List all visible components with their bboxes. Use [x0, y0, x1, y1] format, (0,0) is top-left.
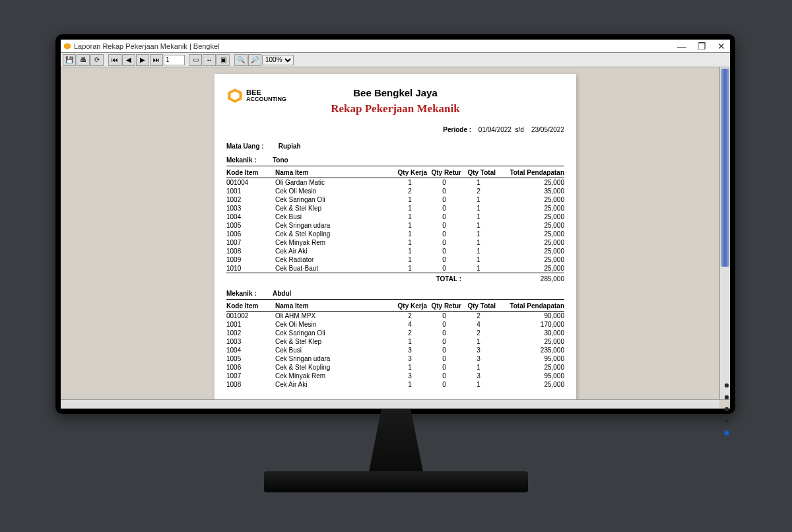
cell-kode: 1001	[226, 187, 275, 195]
cell-qk: 1	[393, 178, 427, 187]
report-viewport[interactable]: BEE ACCOUNTING Bee Bengkel Jaya Rekap Pe…	[61, 67, 730, 399]
total-value: 285,000	[496, 273, 564, 284]
close-button[interactable]: ✕	[715, 41, 727, 51]
cell-kode: 1003	[226, 337, 275, 346]
col-qty-kerja: Qty Kerja	[393, 168, 427, 178]
cell-kode: 1006	[226, 230, 275, 238]
cell-nama: Cek Buat-Baut	[275, 264, 393, 273]
table-row: 1001 Cek Oli Mesin 2 0 2 35,000	[226, 187, 564, 195]
report-page: BEE ACCOUNTING Bee Bengkel Jaya Rekap Pe…	[214, 74, 576, 399]
monitor-stand	[346, 409, 446, 475]
cell-qt: 4	[461, 320, 496, 329]
cell-nama: Oli Gardan Matic	[275, 178, 393, 187]
cell-tp: 30,000	[496, 329, 564, 337]
cell-qk: 1	[393, 195, 427, 204]
cell-qr: 0	[427, 178, 461, 187]
cell-qk: 3	[393, 346, 427, 354]
cell-nama: Cek Minyak Rem	[275, 238, 393, 247]
cell-qt: 1	[461, 221, 496, 230]
total-row: TOTAL : 285,000	[226, 273, 564, 284]
cell-qt: 1	[461, 204, 496, 213]
mekanik-label: Mekanik :Tono	[226, 156, 564, 166]
print-icon[interactable]: 🖶	[77, 54, 90, 66]
cell-nama: Cek Minyak Rem	[275, 372, 393, 380]
cell-qk: 2	[393, 187, 427, 195]
cell-kode: 001004	[226, 178, 275, 187]
cell-qr: 0	[427, 320, 461, 329]
cell-nama: Cek Busi	[275, 213, 393, 221]
next-page-icon[interactable]: ▶	[136, 54, 149, 66]
cell-qr: 0	[427, 372, 461, 380]
cell-qr: 0	[427, 380, 461, 389]
table-row: 1005 Cek Sringan udara 3 0 3 95,000	[226, 354, 564, 363]
logo-sub: ACCOUNTING	[246, 96, 286, 102]
cell-tp: 25,000	[496, 195, 564, 204]
actual-size-icon[interactable]: ▣	[216, 54, 230, 66]
minimize-button[interactable]: —	[676, 41, 688, 51]
cell-qr: 0	[427, 312, 461, 321]
fit-width-icon[interactable]: ↔	[203, 54, 216, 66]
cell-qk: 1	[393, 380, 427, 389]
zoom-in-icon[interactable]: 🔍	[234, 54, 248, 66]
cell-qk: 1	[393, 337, 427, 346]
cell-qt: 3	[461, 354, 496, 363]
table-row: 1003 Cek & Stel Klep 1 0 1 25,000	[226, 337, 564, 346]
cell-nama: Cek Busi	[275, 346, 393, 354]
currency-label: Mata Uang :	[226, 143, 277, 150]
cell-qk: 2	[393, 312, 427, 321]
cell-kode: 1001	[226, 320, 275, 329]
total-label: TOTAL :	[393, 273, 461, 284]
cell-qr: 0	[427, 363, 461, 372]
cell-qk: 3	[393, 354, 427, 363]
cell-qr: 0	[427, 264, 461, 273]
svg-marker-0	[64, 43, 71, 50]
maximize-button[interactable]: ❐	[696, 41, 708, 51]
cell-qt: 2	[461, 187, 496, 195]
table-row: 1009 Cek Radiator 1 0 1 25,000	[226, 255, 564, 264]
cell-tp: 95,000	[496, 372, 564, 380]
cell-tp: 25,000	[496, 255, 564, 264]
application-window: Laporan Rekap Pekerjaan Mekanik | Bengke…	[61, 40, 730, 409]
cell-qr: 0	[427, 221, 461, 230]
cell-tp: 90,000	[496, 312, 564, 321]
cell-tp: 25,000	[496, 204, 564, 213]
fit-page-icon[interactable]: ▭	[189, 54, 202, 66]
cell-nama: Cek Radiator	[275, 255, 393, 264]
mekanik-label: Mekanik :Abdul	[226, 290, 564, 300]
cell-kode: 1002	[226, 329, 275, 337]
company-logo: BEE ACCOUNTING	[226, 87, 286, 104]
table-row: 1003 Cek & Stel Klep 1 0 1 25,000	[226, 204, 564, 213]
cell-qt: 1	[461, 238, 496, 247]
app-icon	[63, 42, 71, 50]
horizontal-scrollbar[interactable]	[61, 399, 719, 409]
cell-qr: 0	[427, 213, 461, 221]
cell-qk: 1	[393, 230, 427, 238]
cell-nama: Cek & Stel Kopling	[275, 230, 393, 238]
first-page-icon[interactable]: ⏮	[108, 54, 121, 66]
save-icon[interactable]: 💾	[63, 54, 76, 66]
table-row: 1010 Cek Buat-Baut 1 0 1 25,000	[226, 264, 564, 273]
zoom-out-icon[interactable]: 🔎	[248, 54, 261, 66]
window-titlebar: Laporan Rekap Pekerjaan Mekanik | Bengke…	[61, 40, 730, 53]
refresh-icon[interactable]: ⟳	[90, 54, 104, 66]
cell-qr: 0	[427, 354, 461, 363]
cell-qt: 1	[461, 230, 496, 238]
cell-qt: 3	[461, 346, 496, 354]
cell-qk: 2	[393, 329, 427, 337]
cell-kode: 1010	[226, 264, 275, 273]
page-number-input[interactable]	[164, 55, 185, 65]
cell-qt: 2	[461, 312, 496, 321]
cell-kode: 1007	[226, 372, 275, 380]
cell-qt: 1	[461, 255, 496, 264]
zoom-select[interactable]: 100%	[262, 55, 294, 65]
report-header: BEE ACCOUNTING Bee Bengkel Jaya Rekap Pe…	[226, 87, 564, 116]
table-row: 1004 Cek Busi 1 0 1 25,000	[226, 213, 564, 221]
cell-qt: 3	[461, 372, 496, 380]
table-row: 1002 Cek Saringan Oli 1 0 1 25,000	[226, 195, 564, 204]
prev-page-icon[interactable]: ◀	[122, 54, 135, 66]
cell-nama: Cek Oli Mesin	[275, 187, 393, 195]
last-page-icon[interactable]: ⏭	[150, 54, 163, 66]
col-kode: Kode Item	[226, 301, 275, 312]
col-qty-total: Qty Total	[461, 168, 496, 178]
cell-kode: 1004	[226, 213, 275, 221]
